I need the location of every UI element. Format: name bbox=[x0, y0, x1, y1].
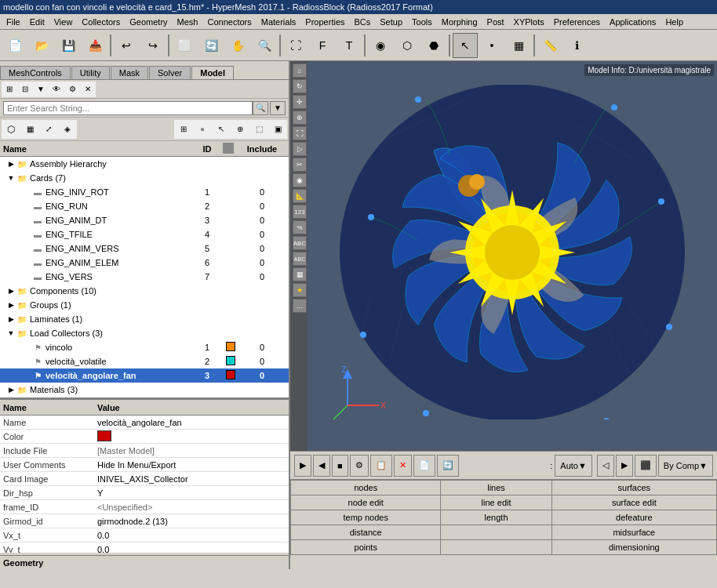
toolbar-save[interactable]: 💾 bbox=[56, 33, 81, 58]
tab-mask[interactable]: Mask bbox=[111, 66, 148, 79]
toolbar-cursor[interactable]: ↖ bbox=[453, 33, 478, 58]
tool-node[interactable]: ⬡ bbox=[2, 120, 20, 139]
menu-bcs[interactable]: BCs bbox=[350, 16, 376, 28]
menu-morphing[interactable]: Morphing bbox=[437, 16, 482, 28]
tool-extra3[interactable]: ▣ bbox=[268, 120, 287, 139]
grid-defeature[interactable]: defeature bbox=[551, 510, 716, 525]
expand-groups[interactable]: ▶ bbox=[6, 300, 16, 310]
menu-setup[interactable]: Setup bbox=[375, 16, 407, 28]
toolbar-wireframe[interactable]: ⬡ bbox=[395, 33, 420, 58]
prop-row-color[interactable]: Color bbox=[0, 430, 289, 444]
menu-tools[interactable]: Tools bbox=[407, 16, 437, 28]
prop-row-vxt[interactable]: Vx_t 0.0 bbox=[0, 528, 289, 543]
menu-mesh[interactable]: Mesh bbox=[173, 16, 203, 28]
viewport[interactable]: Model Info: D:/università magistrale ⌂ ↻… bbox=[290, 61, 717, 451]
menu-geometry[interactable]: Geometry bbox=[125, 16, 172, 28]
arrow-btn2[interactable]: ▶ bbox=[616, 455, 633, 477]
toolbar-view-top[interactable]: T bbox=[337, 33, 362, 58]
vp-btn-dots[interactable]: … bbox=[293, 299, 307, 313]
grid-surface-edit[interactable]: surface edit bbox=[551, 495, 716, 510]
vp-refresh[interactable]: 🔄 bbox=[437, 455, 459, 477]
search-button[interactable]: 🔍 bbox=[253, 101, 268, 115]
toolbar-undo[interactable]: ↩ bbox=[114, 33, 139, 58]
vp-delete[interactable]: ✕ bbox=[394, 455, 412, 477]
tree-laminates[interactable]: ▶ 📁 Laminates (1) bbox=[0, 312, 289, 326]
grid-lines[interactable]: lines bbox=[441, 481, 551, 495]
tool-extra2[interactable]: ⬚ bbox=[249, 120, 268, 139]
prop-row-dirhsp[interactable]: Dir_hsp Y bbox=[0, 486, 289, 500]
toolbar-view-front[interactable]: F bbox=[310, 33, 335, 58]
vp-btn-grid[interactable]: ▦ bbox=[293, 267, 307, 281]
toolbar-zoom[interactable]: 🔍 bbox=[252, 33, 277, 58]
menu-post[interactable]: Post bbox=[482, 16, 509, 28]
toolbar-import[interactable]: 📥 bbox=[82, 33, 107, 58]
search-input[interactable] bbox=[3, 101, 253, 115]
vp-btn-abc2[interactable]: ABC bbox=[293, 252, 307, 266]
toolbar-rotate[interactable]: 🔄 bbox=[198, 33, 224, 58]
menu-edit[interactable]: Edit bbox=[25, 16, 49, 28]
arrow-btn1[interactable]: ◁ bbox=[597, 455, 614, 477]
menu-properties[interactable]: Properties bbox=[300, 16, 349, 28]
toolbar-measure[interactable]: 📏 bbox=[537, 33, 562, 58]
expand-laminates[interactable]: ▶ bbox=[6, 314, 16, 324]
tool-view[interactable]: ⊞ bbox=[174, 120, 193, 139]
tree-eng-iniv-rot[interactable]: ▬ ENG_INIV_ROT 1 0 bbox=[0, 185, 289, 199]
tree-groups[interactable]: ▶ 📁 Groups (1) bbox=[0, 298, 289, 312]
menu-materials[interactable]: Materials bbox=[257, 16, 301, 28]
tree-assembly[interactable]: ▶ 📁 Assembly Hierarchy bbox=[0, 157, 289, 171]
vp-btn-star[interactable]: ★ bbox=[293, 283, 307, 297]
vp-settings[interactable]: ⚙ bbox=[350, 455, 369, 477]
tree-components[interactable]: ▶ 📁 Components (10) bbox=[0, 284, 289, 298]
tree-eng-anim-elem[interactable]: ▬ ENG_ANIM_ELEM 6 0 bbox=[0, 256, 289, 270]
expand-cards[interactable]: ▼ bbox=[6, 173, 16, 183]
menu-connectors[interactable]: Connectors bbox=[202, 16, 256, 28]
prop-row-girmod[interactable]: Girmod_id girmodnode.2 (13) bbox=[0, 514, 289, 528]
grid-length[interactable]: length bbox=[441, 510, 551, 525]
menu-file[interactable]: File bbox=[2, 16, 25, 28]
menu-help[interactable]: Help bbox=[661, 16, 688, 28]
toolbar-edges[interactable]: ⬣ bbox=[421, 33, 446, 58]
prop-row-frameid[interactable]: frame_ID <Unspecified> bbox=[0, 500, 289, 514]
menu-xyplots[interactable]: XYPlots bbox=[509, 16, 549, 28]
search-options-button[interactable]: ▼ bbox=[270, 101, 286, 115]
prop-row-comments[interactable]: User Comments Hide In Menu/Export bbox=[0, 458, 289, 472]
vp-btn-zoom[interactable]: ⊕ bbox=[293, 111, 307, 125]
icon-collapse-all[interactable]: ⊟ bbox=[17, 82, 33, 97]
grid-dimensioning[interactable]: dimensioning bbox=[551, 540, 716, 555]
icon-eye[interactable]: 👁 bbox=[49, 82, 64, 97]
grid-points[interactable]: points bbox=[291, 540, 441, 555]
toolbar-info[interactable]: ℹ bbox=[564, 33, 589, 58]
prop-row-vyt[interactable]: Vy_t 0.0 bbox=[0, 543, 289, 553]
vp-btn-measure[interactable]: 📐 bbox=[293, 189, 307, 203]
toolbar-redo[interactable]: ↪ bbox=[140, 33, 166, 58]
toolbar-new[interactable]: 📄 bbox=[2, 33, 27, 58]
toolbar-pan[interactable]: ✋ bbox=[225, 33, 250, 58]
expand-assembly[interactable]: ▶ bbox=[6, 159, 16, 169]
tree-eng-run[interactable]: ▬ ENG_RUN 2 0 bbox=[0, 199, 289, 213]
toolbar-open[interactable]: 📂 bbox=[29, 33, 54, 58]
grid-nodes[interactable]: nodes bbox=[291, 481, 441, 495]
vp-btn-home[interactable]: ⌂ bbox=[293, 64, 307, 78]
expand-materials[interactable]: ▶ bbox=[6, 385, 16, 394]
vp-btn-123[interactable]: 123 bbox=[293, 205, 307, 219]
menu-preferences[interactable]: Preferences bbox=[549, 16, 605, 28]
vp-btn-section[interactable]: ✂ bbox=[293, 158, 307, 172]
by-comp-dropdown[interactable]: By Comp ▼ bbox=[658, 455, 713, 477]
icon-expand-all[interactable]: ⊞ bbox=[2, 82, 17, 97]
menu-collectors[interactable]: Collectors bbox=[77, 16, 125, 28]
grid-line-edit[interactable]: line edit bbox=[441, 495, 551, 510]
toolbar-shading[interactable]: ◉ bbox=[368, 33, 393, 58]
prop-row-include[interactable]: Include File [Master Model] bbox=[0, 444, 289, 458]
tab-model[interactable]: Model bbox=[191, 66, 234, 79]
vp-doc[interactable]: 📄 bbox=[413, 455, 435, 477]
tree-area[interactable]: ▶ 📁 Assembly Hierarchy ▼ 📁 Cards (7) bbox=[0, 157, 289, 398]
expand-components[interactable]: ▶ bbox=[6, 286, 16, 296]
menu-applications[interactable]: Applications bbox=[605, 16, 661, 28]
grid-temp-nodes[interactable]: temp nodes bbox=[291, 510, 441, 525]
tool-geom[interactable]: ◈ bbox=[58, 120, 77, 139]
tree-cards[interactable]: ▼ 📁 Cards (7) bbox=[0, 171, 289, 185]
tree-velocita-volatile[interactable]: ⚑ velocità_volatile 2 0 bbox=[0, 354, 289, 368]
tool-color[interactable]: ● bbox=[193, 120, 212, 139]
tree-eng-vers[interactable]: ▬ ENG_VERS 7 0 bbox=[0, 270, 289, 284]
tree-eng-anim-dt[interactable]: ▬ ENG_ANIM_DT 3 0 bbox=[0, 213, 289, 227]
